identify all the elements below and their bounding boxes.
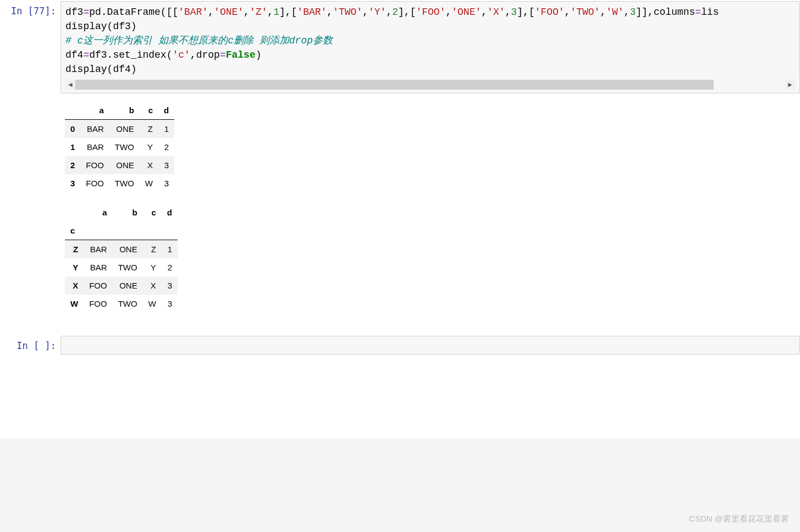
col-header: a [80, 101, 109, 120]
row-index: X [65, 276, 84, 295]
code-input-area[interactable]: df3=pd.DataFrame([['BAR','ONE','Z',1],['… [60, 1, 800, 93]
dataframe-df4: a b c d c Z BAR ONE Z 1 [65, 203, 178, 313]
index-name: c [65, 221, 84, 240]
table-row: Z BAR ONE Z 1 [65, 240, 178, 259]
row-index: W [65, 295, 84, 313]
col-header: a [84, 203, 113, 221]
table-row: W FOO TWO W 3 [65, 295, 178, 313]
footer-background [0, 439, 800, 532]
row-index: 3 [65, 174, 80, 192]
table-header-row: a b c d [65, 101, 174, 120]
table-row: 3 FOO TWO W 3 [65, 174, 174, 192]
row-index: 1 [65, 138, 80, 156]
empty-code-input[interactable] [60, 336, 800, 354]
row-index: 0 [65, 120, 80, 138]
call-dataframe: pd.DataFrame([[ [89, 7, 178, 18]
code-line-2[interactable]: display(df3) [65, 19, 795, 34]
code-cell-1: In [77]: df3=pd.DataFrame([['BAR','ONE',… [0, 0, 800, 95]
table-row: 0 BAR ONE Z 1 [65, 120, 174, 138]
scroll-track-gap [714, 80, 785, 90]
table-row: 1 BAR TWO Y 2 [65, 138, 174, 156]
code-line-5[interactable]: display(df4) [65, 62, 795, 76]
scroll-track[interactable] [75, 80, 785, 90]
code-line-3[interactable]: # c这一列作为索引 如果不想原来的c删除 则添加drop参数 [65, 34, 795, 48]
dataframe-df3: a b c d 0 BAR ONE Z 1 1 BAR TWO [65, 101, 174, 192]
input-prompt: In [77]: [0, 1, 60, 16]
output-area: a b c d 0 BAR ONE Z 1 1 BAR TWO [0, 101, 800, 313]
row-index: Y [65, 258, 84, 276]
col-header: c [143, 203, 162, 221]
table-row: Y BAR TWO Y 2 [65, 258, 178, 276]
watermark-text: CSDN @雾里看花花里看雾 [689, 514, 789, 524]
table-row: 2 FOO ONE X 3 [65, 156, 174, 174]
input-prompt-empty: In [ ]: [0, 336, 60, 351]
row-index: Z [65, 240, 84, 259]
col-header: d [162, 203, 178, 221]
scroll-right-icon[interactable]: ► [785, 80, 795, 90]
code-cell-2: In [ ]: [0, 335, 800, 356]
col-header: c [140, 101, 158, 120]
var-df3: df3 [65, 7, 83, 18]
horizontal-scrollbar[interactable]: ◄ ► [65, 80, 795, 90]
row-index: 2 [65, 156, 80, 174]
table-header-row: a b c d [65, 203, 178, 221]
col-header: b [113, 203, 143, 221]
code-line-1[interactable]: df3=pd.DataFrame([['BAR','ONE','Z',1],['… [65, 5, 795, 19]
col-header: b [109, 101, 140, 120]
scroll-left-icon[interactable]: ◄ [65, 80, 75, 90]
table-row: X FOO ONE X 3 [65, 276, 178, 295]
code-line-4[interactable]: df4=df3.set_index('c',drop=False) [65, 48, 795, 62]
notebook: In [77]: df3=pd.DataFrame([['BAR','ONE',… [0, 0, 800, 356]
index-name-row: c [65, 221, 178, 240]
col-header: d [158, 101, 174, 120]
